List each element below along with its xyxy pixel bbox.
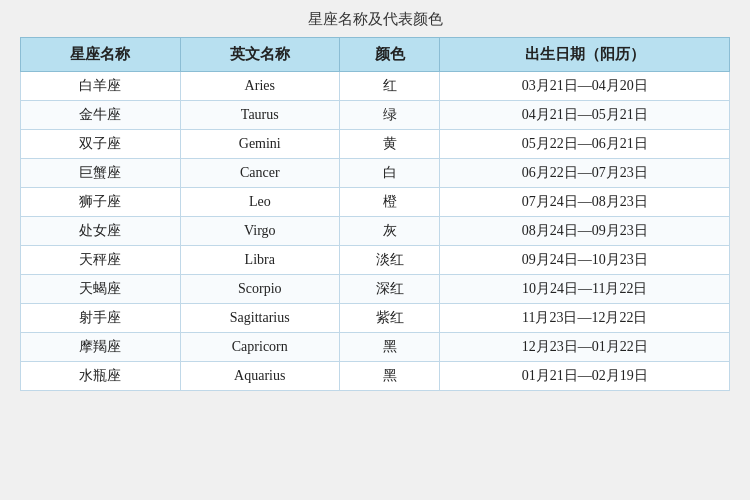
table-row: 天蝎座Scorpio深红10月24日—11月22日 — [21, 275, 730, 304]
table-row: 白羊座Aries红03月21日—04月20日 — [21, 72, 730, 101]
table-header-cell: 颜色 — [340, 38, 440, 72]
table-cell: 12月23日—01月22日 — [440, 333, 730, 362]
table-cell: 射手座 — [21, 304, 181, 333]
table-cell: 08月24日—09月23日 — [440, 217, 730, 246]
table-cell: 红 — [340, 72, 440, 101]
table-row: 射手座Sagittarius紫红11月23日—12月22日 — [21, 304, 730, 333]
table-cell: Aquarius — [180, 362, 340, 391]
table-cell: 橙 — [340, 188, 440, 217]
table-cell: 双子座 — [21, 130, 181, 159]
table-cell: 03月21日—04月20日 — [440, 72, 730, 101]
table-cell: Sagittarius — [180, 304, 340, 333]
table-row: 巨蟹座Cancer白06月22日—07月23日 — [21, 159, 730, 188]
table-cell: 07月24日—08月23日 — [440, 188, 730, 217]
table-cell: Aries — [180, 72, 340, 101]
table-cell: 巨蟹座 — [21, 159, 181, 188]
table-cell: 09月24日—10月23日 — [440, 246, 730, 275]
table-header-cell: 英文名称 — [180, 38, 340, 72]
table-cell: Virgo — [180, 217, 340, 246]
table-cell: 绿 — [340, 101, 440, 130]
table-cell: 10月24日—11月22日 — [440, 275, 730, 304]
table-row: 水瓶座Aquarius黑01月21日—02月19日 — [21, 362, 730, 391]
table-cell: 狮子座 — [21, 188, 181, 217]
zodiac-table: 星座名称英文名称颜色出生日期（阳历） 白羊座Aries红03月21日—04月20… — [20, 37, 730, 391]
table-cell: 白 — [340, 159, 440, 188]
table-body: 白羊座Aries红03月21日—04月20日金牛座Taurus绿04月21日—0… — [21, 72, 730, 391]
table-cell: 06月22日—07月23日 — [440, 159, 730, 188]
table-cell: 04月21日—05月21日 — [440, 101, 730, 130]
table-header-cell: 星座名称 — [21, 38, 181, 72]
table-row: 摩羯座Capricorn黑12月23日—01月22日 — [21, 333, 730, 362]
table-cell: 01月21日—02月19日 — [440, 362, 730, 391]
table-cell: 天秤座 — [21, 246, 181, 275]
table-row: 天秤座Libra淡红09月24日—10月23日 — [21, 246, 730, 275]
table-cell: Libra — [180, 246, 340, 275]
table-cell: 黑 — [340, 362, 440, 391]
table-cell: 天蝎座 — [21, 275, 181, 304]
table-cell: Taurus — [180, 101, 340, 130]
table-row: 狮子座Leo橙07月24日—08月23日 — [21, 188, 730, 217]
table-cell: 深红 — [340, 275, 440, 304]
table-row: 处女座Virgo灰08月24日—09月23日 — [21, 217, 730, 246]
table-cell: 摩羯座 — [21, 333, 181, 362]
table-cell: Capricorn — [180, 333, 340, 362]
table-cell: 05月22日—06月21日 — [440, 130, 730, 159]
table-cell: 淡红 — [340, 246, 440, 275]
table-header-row: 星座名称英文名称颜色出生日期（阳历） — [21, 38, 730, 72]
table-cell: 黑 — [340, 333, 440, 362]
table-cell: 黄 — [340, 130, 440, 159]
table-cell: 处女座 — [21, 217, 181, 246]
table-row: 双子座Gemini黄05月22日—06月21日 — [21, 130, 730, 159]
table-header-cell: 出生日期（阳历） — [440, 38, 730, 72]
table-cell: Scorpio — [180, 275, 340, 304]
table-cell: 金牛座 — [21, 101, 181, 130]
table-cell: 11月23日—12月22日 — [440, 304, 730, 333]
table-cell: Cancer — [180, 159, 340, 188]
table-cell: 灰 — [340, 217, 440, 246]
page-title: 星座名称及代表颜色 — [308, 10, 443, 29]
table-cell: 白羊座 — [21, 72, 181, 101]
table-cell: Leo — [180, 188, 340, 217]
table-row: 金牛座Taurus绿04月21日—05月21日 — [21, 101, 730, 130]
table-cell: 水瓶座 — [21, 362, 181, 391]
table-cell: 紫红 — [340, 304, 440, 333]
table-cell: Gemini — [180, 130, 340, 159]
